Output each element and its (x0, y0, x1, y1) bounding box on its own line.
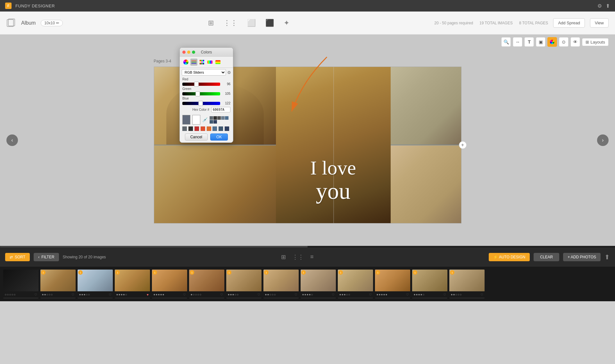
thumb-heart[interactable]: ♡ (183, 293, 186, 296)
stack-icon[interactable]: ≡ (310, 254, 314, 261)
thumb-stars: ★★★☆☆ (339, 293, 350, 296)
view-button[interactable]: View (590, 18, 609, 28)
thumb-heart[interactable]: ♡ (34, 293, 37, 296)
swatch-item[interactable] (182, 126, 187, 131)
layout-icon[interactable]: ⋮⋮ (223, 19, 237, 27)
grid-tab[interactable] (198, 59, 205, 66)
filmstrip-thumb-8[interactable]: 1 ★★☆☆☆ ♡ (263, 270, 299, 298)
thumb-heart[interactable]: ♡ (406, 293, 409, 296)
swatch-item[interactable] (213, 116, 217, 120)
close-dot[interactable] (182, 51, 186, 54)
swatch-item[interactable] (217, 116, 221, 120)
auto-design-button[interactable]: ⚡ AUTO DESIGN (489, 253, 530, 261)
thumb-heart[interactable]: ♡ (109, 293, 112, 296)
nav-next-button[interactable]: › (597, 134, 609, 146)
swatch-item[interactable] (212, 126, 217, 131)
design-icon[interactable]: ✦ (284, 19, 289, 27)
eye-tool[interactable]: 👁 (570, 37, 580, 47)
thumb-heart[interactable]: ♡ (220, 293, 223, 296)
thumb-heart[interactable]: ♡ (443, 293, 446, 296)
left-photo-bottom[interactable] (154, 145, 276, 223)
move-tool[interactable]: ↔ (513, 37, 522, 47)
image-tool[interactable]: ▣ (536, 37, 545, 47)
swatch-item[interactable] (221, 116, 225, 120)
filmstrip-thumb-6[interactable]: 1 ★☆☆☆☆ ♡ (189, 270, 224, 298)
settings-icon[interactable]: ⚙ (597, 3, 602, 9)
cancel-button[interactable]: Cancel (185, 133, 208, 141)
red-slider-track[interactable] (182, 83, 220, 86)
gear-icon[interactable]: ⚙ (227, 70, 231, 75)
thumb-stars: ★★★★☆ (302, 293, 313, 296)
spectrum-tab[interactable] (206, 59, 213, 66)
filter-button[interactable]: ‹ FILTER (34, 253, 59, 261)
spread-icon[interactable]: ⬛ (265, 19, 274, 27)
add-photos-button[interactable]: + ADD PHOTOS (563, 253, 601, 261)
thumb-heart[interactable]: ♥ (147, 293, 149, 296)
dialog-buttons: Cancel OK (180, 132, 233, 142)
blue-slider-row: 122 (182, 101, 230, 105)
text-tool[interactable]: T (524, 37, 534, 47)
thumb-heart[interactable]: ♡ (332, 293, 335, 296)
grid-view-icon[interactable]: ⋮⋮ (292, 254, 304, 261)
filter-icon: ‹ (38, 255, 39, 259)
palette-tab[interactable] (214, 59, 221, 66)
color-tool[interactable] (547, 37, 557, 47)
swatch-item[interactable] (225, 126, 229, 131)
filmstrip-thumb-2[interactable]: 1 ★★☆☆☆ ♡ (40, 270, 76, 298)
filmstrip-thumb-7[interactable]: 1 ★★★☆☆ ♡ (226, 270, 262, 298)
thumb-badge: 1 (450, 270, 454, 275)
thumb-heart[interactable]: ♡ (257, 293, 260, 296)
thumb-badge: 1 (301, 270, 306, 275)
color-mode-select[interactable]: RGB Sliders (182, 69, 226, 76)
right-photo-top[interactable] (391, 67, 461, 145)
export-button[interactable]: ⬆ (604, 253, 610, 261)
green-slider-track[interactable] (182, 92, 220, 95)
eyedropper-tool[interactable]: 💉 (202, 117, 208, 122)
color-wheel-tab[interactable] (182, 59, 189, 66)
filmstrip-icon[interactable]: ⊞ (281, 254, 286, 261)
swatch-item[interactable] (219, 126, 223, 131)
ok-button[interactable]: OK (210, 133, 228, 141)
size-badge[interactable]: 10x10 ✏ (41, 20, 63, 26)
zoom-tool[interactable]: 🔍 (501, 37, 511, 47)
thumb-heart[interactable]: ♡ (369, 293, 372, 296)
swatch-item[interactable] (213, 120, 217, 124)
filmstrip-thumb-9[interactable]: 1 ★★★★☆ ♡ (301, 270, 336, 298)
thumb-heart[interactable]: ♡ (480, 293, 483, 296)
swatch-item[interactable] (195, 126, 199, 131)
thumb-heart[interactable]: ♡ (295, 293, 297, 296)
middle-panel[interactable]: I love you (276, 67, 391, 223)
add-spread-button[interactable]: Add Spread (553, 18, 585, 28)
filmstrip-thumb-3[interactable]: 1 ★★★☆☆ ♡ (78, 270, 113, 298)
filmstrip-thumb-1[interactable]: ☆☆☆☆☆ ♡ (3, 270, 38, 298)
mask-tool[interactable]: ⊙ (559, 37, 569, 47)
blue-slider-track[interactable] (182, 102, 220, 105)
add-page-button[interactable]: + (459, 141, 467, 149)
layouts-button[interactable]: ⊞ Layouts (582, 38, 609, 46)
filmstrip-thumb-11[interactable]: 1 ★★★★★ ♡ (375, 270, 410, 298)
minimize-dot[interactable] (187, 51, 190, 54)
thumb-heart[interactable]: ♡ (71, 293, 74, 296)
filmstrip-thumb-4[interactable]: 1 ★★★★☆ ♥ (115, 270, 150, 298)
clear-button[interactable]: CLEAR (534, 253, 559, 261)
pages-icon[interactable]: ⬜ (247, 19, 256, 27)
filmstrip-thumb-12[interactable]: 1 ★★★★☆ ♡ (412, 270, 447, 298)
nav-prev-button[interactable]: ‹ (6, 134, 18, 146)
swatch-item[interactable] (188, 126, 193, 131)
export-icon[interactable]: ⬆ (606, 3, 610, 9)
maximize-dot[interactable] (192, 51, 195, 54)
swatch-item[interactable] (210, 116, 213, 120)
sliders-tab[interactable] (190, 59, 197, 66)
photos-icon[interactable]: ⊞ (208, 19, 214, 27)
red-label: Red (182, 77, 230, 81)
filmstrip-thumb-10[interactable]: 1 ★★★☆☆ ♡ (338, 270, 373, 298)
swatch-item[interactable] (225, 116, 229, 120)
sort-button[interactable]: ⇄ SORT (5, 253, 30, 261)
hex-input[interactable] (211, 107, 230, 112)
right-photo-bottom[interactable] (391, 145, 461, 223)
filmstrip-thumb-5[interactable]: 1 ★★★★★ ♡ (152, 270, 187, 298)
filmstrip-thumb-13[interactable]: 1 ★★☆☆☆ ♡ (449, 270, 485, 298)
swatch-item[interactable] (210, 120, 213, 124)
swatch-item[interactable] (207, 126, 211, 131)
swatch-item[interactable] (201, 126, 205, 131)
